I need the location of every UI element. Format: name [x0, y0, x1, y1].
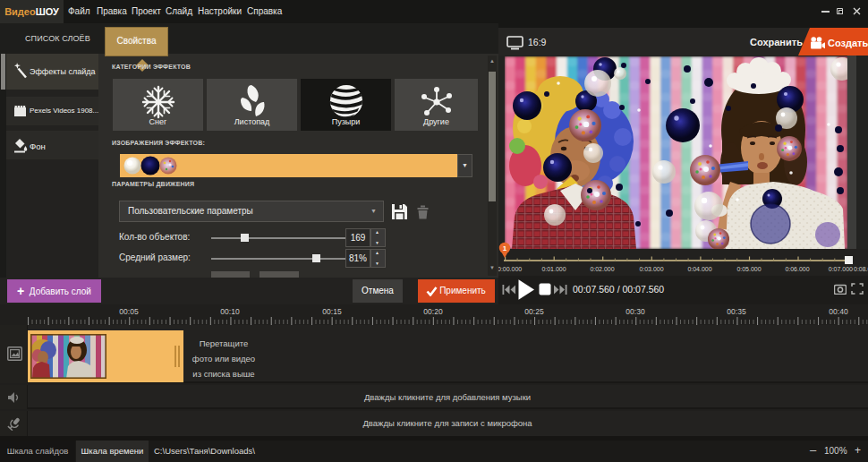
- svg-text:1: 1: [503, 244, 507, 252]
- svg-text:00:30: 00:30: [625, 307, 645, 316]
- svg-text:0:00.000: 0:00.000: [498, 266, 522, 272]
- svg-text:0:08.000: 0:08.000: [854, 266, 868, 272]
- svg-text:00:15: 00:15: [322, 307, 342, 316]
- svg-text:00:40: 00:40: [829, 307, 848, 316]
- svg-text:00:05: 00:05: [119, 307, 139, 316]
- svg-text:0:06.000: 0:06.000: [785, 266, 809, 272]
- svg-text:0:04.000: 0:04.000: [687, 266, 711, 272]
- svg-text:00:10: 00:10: [220, 307, 240, 316]
- svg-text:0:07.000: 0:07.000: [829, 266, 853, 272]
- svg-text:00:35: 00:35: [727, 307, 746, 316]
- svg-text:0:02.000: 0:02.000: [590, 266, 614, 272]
- svg-text:00:20: 00:20: [423, 307, 443, 316]
- svg-text:00:25: 00:25: [524, 307, 544, 316]
- svg-text:0:03.000: 0:03.000: [639, 266, 663, 272]
- svg-text:0:01.000: 0:01.000: [541, 266, 566, 272]
- svg-text:0:05.000: 0:05.000: [736, 266, 761, 272]
